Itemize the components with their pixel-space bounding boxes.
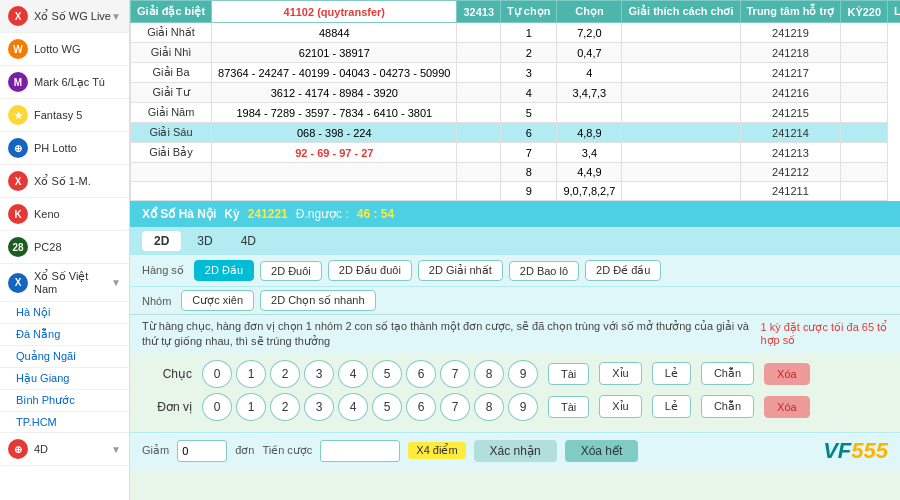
chevron-icon-0: ▼: [111, 11, 121, 22]
donvi-num-8[interactable]: 8: [474, 393, 504, 421]
prize-giaithich-cell: 4,8,9: [557, 123, 622, 143]
subtab-2d-đề-đầu[interactable]: 2D Đề đầu: [585, 260, 661, 281]
prize-ky-cell: 241211: [740, 182, 841, 201]
prize-chon-cell: 6: [501, 123, 557, 143]
info-row: Từ hàng chục, hàng đơn vị chọn 1 nhóm 2 …: [130, 314, 900, 354]
subtab-2d-đuôi[interactable]: 2D Đuôi: [260, 261, 322, 281]
col-ls: Lịch sử đc cược: [888, 1, 900, 23]
donvi-num-3[interactable]: 3: [304, 393, 334, 421]
donvi-num-9[interactable]: 9: [508, 393, 538, 421]
sidebar-icon-6: K: [8, 204, 28, 224]
sidebar-item-3[interactable]: ★Fantasy 5: [0, 99, 129, 132]
sidebar-sub-item-bình-phước[interactable]: Bình Phước: [0, 390, 129, 412]
number-grid: Chục0123456789TàiXỉuLẻChẵnXóa Đơn vị0123…: [130, 354, 900, 432]
chuc-num-4[interactable]: 4: [338, 360, 368, 388]
sidebar-item-0[interactable]: XXổ Số WG Live▼: [0, 0, 129, 33]
prize-numbers-cell: 92 - 69 - 97 - 27: [212, 143, 457, 163]
table-row: Giải Nhì62101 - 3891720,4,7241218: [131, 43, 901, 63]
sidebar-icon-7: 28: [8, 237, 28, 257]
chuc-num-7[interactable]: 7: [440, 360, 470, 388]
prize-ky-cell: 241214: [740, 123, 841, 143]
prize-ky-cell: 241212: [740, 163, 841, 182]
sidebar-sub-item-đà-nẵng[interactable]: Đà Nẵng: [0, 324, 129, 346]
sidebar-item-5[interactable]: XXổ Số 1-M.: [0, 165, 129, 198]
donvi-num-5[interactable]: 5: [372, 393, 402, 421]
sidebar-sub-item-quảng-ngãi[interactable]: Quảng Ngãi: [0, 346, 129, 368]
tabs-row: 2D3D4D: [130, 227, 900, 255]
prize-name-cell: Giải Năm: [131, 103, 212, 123]
col-tuchon: Tự chọn: [501, 1, 557, 23]
donvi-num-6[interactable]: 6: [406, 393, 436, 421]
prize-extra-cell: [457, 103, 501, 123]
sidebar-item-2[interactable]: MMark 6/Lạc Tú: [0, 66, 129, 99]
sidebar-sub-item-hà-nội[interactable]: Hà Nội: [0, 302, 129, 324]
chuc-action-xóa[interactable]: Xóa: [764, 363, 810, 385]
tab-2d[interactable]: 2D: [142, 231, 181, 251]
table-header-row: Giải đặc biệt41102 (quytransfer)32413Tự …: [131, 1, 901, 23]
sidebar-item-7[interactable]: 28PC28: [0, 231, 129, 264]
subtab-2d-giải-nhất[interactable]: 2D Giải nhất: [418, 260, 503, 281]
donvi-num-2[interactable]: 2: [270, 393, 300, 421]
table-row: 99,0,7,8,2,7241211: [131, 182, 901, 201]
subtab-2d-đầu-đuôi[interactable]: 2D Đầu đuôi: [328, 260, 412, 281]
sidebar-item-8[interactable]: XXổ Số Việt Nam▼: [0, 264, 129, 302]
chevron-icon-8: ▼: [111, 277, 121, 288]
prize-numbers-cell: 1984 - 7289 - 3597 - 7834 - 6410 - 3801: [212, 103, 457, 123]
donvi-action-xỉu[interactable]: Xỉu: [599, 395, 641, 418]
info-description: Từ hàng chục, hàng đơn vị chọn 1 nhóm 2 …: [142, 319, 760, 350]
confirm-button[interactable]: Xác nhận: [474, 440, 557, 462]
donvi-num-7[interactable]: 7: [440, 393, 470, 421]
donvi-num-0[interactable]: 0: [202, 393, 232, 421]
chuc-num-2[interactable]: 2: [270, 360, 300, 388]
chuc-row: Chục0123456789TàiXỉuLẻChẵnXóa: [142, 360, 888, 388]
logo-text: VF555: [823, 438, 888, 464]
prize-extra-cell: [457, 43, 501, 63]
donvi-num-1[interactable]: 1: [236, 393, 266, 421]
prize-giaithich-cell: 4: [557, 63, 622, 83]
sidebar-item-4[interactable]: ⊕PH Lotto: [0, 132, 129, 165]
chuc-num-3[interactable]: 3: [304, 360, 334, 388]
tien-input[interactable]: [320, 440, 400, 462]
sidebar-sub-item-tp.hcm[interactable]: TP.HCM: [0, 412, 129, 433]
sidebar-item-1[interactable]: WLotto WG: [0, 33, 129, 66]
chuc-action-xỉu[interactable]: Xỉu: [599, 362, 641, 385]
chuc-num-9[interactable]: 9: [508, 360, 538, 388]
chuc-num-0[interactable]: 0: [202, 360, 232, 388]
table-row: Giải Sáu068 - 398 - 22464,8,9241214: [131, 123, 901, 143]
clear-button[interactable]: Xóa hết: [565, 440, 639, 462]
subtab2-cược-xiên[interactable]: Cược xiên: [181, 290, 254, 311]
donvi-num-4[interactable]: 4: [338, 393, 368, 421]
don-label: đơn: [235, 444, 254, 457]
nguoc-time: 46 : 54: [357, 207, 394, 221]
chuc-num-6[interactable]: 6: [406, 360, 436, 388]
donvi-action-lẻ[interactable]: Lẻ: [652, 395, 691, 418]
prize-name-cell: Giải Sáu: [131, 123, 212, 143]
prize-extra-cell: [457, 123, 501, 143]
chuc-num-8[interactable]: 8: [474, 360, 504, 388]
chuc-action-tài[interactable]: Tài: [548, 363, 589, 385]
prize-giaithich-cell: 0,4,7: [557, 43, 622, 63]
main-content: Giải đặc biệt41102 (quytransfer)32413Tự …: [130, 0, 900, 500]
sidebar-item-15[interactable]: ⊕4D▼: [0, 433, 129, 466]
giam-input[interactable]: [177, 440, 227, 462]
donvi-action-tài[interactable]: Tài: [548, 396, 589, 418]
col-extra: 32413: [457, 1, 501, 23]
donvi-action-chẵn[interactable]: Chẵn: [701, 395, 754, 418]
chuc-action-chẵn[interactable]: Chẵn: [701, 362, 754, 385]
prize-tthotro-cell: [622, 63, 740, 83]
subtab-2d-đầu[interactable]: 2D Đầu: [194, 260, 254, 281]
sidebar-sub-item-hậu-giang[interactable]: Hậu Giang: [0, 368, 129, 390]
tab-3d[interactable]: 3D: [185, 231, 224, 251]
sidebar-item-6[interactable]: KKeno: [0, 198, 129, 231]
chuc-num-5[interactable]: 5: [372, 360, 402, 388]
prize-tthotro-cell: [622, 23, 740, 43]
donvi-action-xóa[interactable]: Xóa: [764, 396, 810, 418]
subtab2-2d-chọn-số-nhanh[interactable]: 2D Chọn số nhanh: [260, 290, 376, 311]
x4-badge[interactable]: X4 điểm: [408, 442, 465, 459]
chuc-num-1[interactable]: 1: [236, 360, 266, 388]
main-container: XXổ Số WG Live▼WLotto WGMMark 6/Lạc Tú★F…: [0, 0, 900, 500]
sidebar-icon-4: ⊕: [8, 138, 28, 158]
subtab-2d-bao-lô[interactable]: 2D Bao lô: [509, 261, 579, 281]
tab-4d[interactable]: 4D: [229, 231, 268, 251]
chuc-action-lẻ[interactable]: Lẻ: [652, 362, 691, 385]
